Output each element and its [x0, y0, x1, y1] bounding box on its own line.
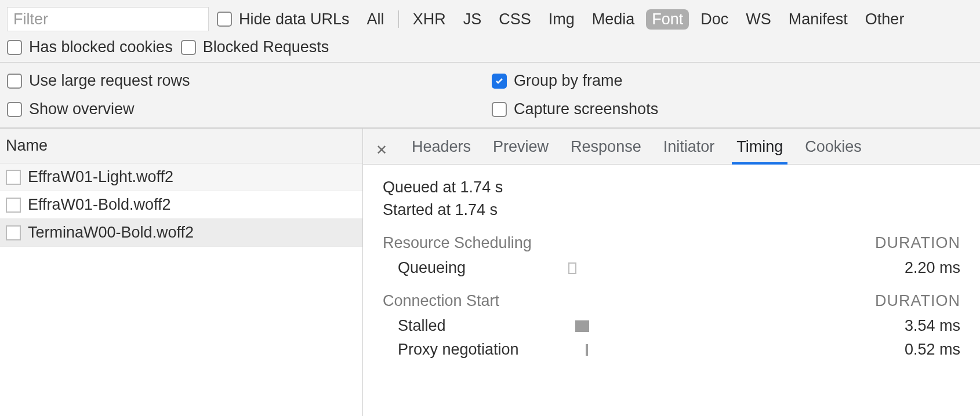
filter-row-1: Hide data URLs AllXHRJSCSSImgMediaFontDo… [7, 3, 973, 35]
settings-col-left: Use large request rows Show overview [7, 66, 488, 124]
close-icon[interactable]: ✕ [372, 140, 391, 160]
file-icon [6, 198, 21, 213]
capture-screenshots-checkbox[interactable]: Capture screenshots [492, 100, 973, 118]
content-split: Name EffraW01-Light.woff2EffraW01-Bold.w… [0, 129, 980, 416]
checkbox-icon [7, 40, 22, 55]
timing-section: Resource SchedulingDURATIONQueueing2.20 … [383, 234, 960, 277]
name-column-header[interactable]: Name [0, 129, 362, 163]
type-filter-manifest[interactable]: Manifest [783, 9, 854, 30]
divider [398, 10, 399, 28]
type-filter-xhr[interactable]: XHR [407, 9, 452, 30]
timing-section: Connection StartDURATIONStalled3.54 msPr… [383, 292, 960, 359]
timing-row: Stalled3.54 ms [383, 317, 960, 335]
checkbox-icon [7, 74, 22, 89]
timing-row-label: Proxy negotiation [383, 341, 557, 359]
file-icon [6, 225, 21, 240]
tab-response[interactable]: Response [569, 136, 643, 164]
timing-bar [568, 262, 576, 274]
group-by-frame-label: Group by frame [514, 72, 623, 90]
show-overview-checkbox[interactable]: Show overview [7, 100, 488, 118]
checkbox-icon [181, 40, 196, 55]
type-filter-other[interactable]: Other [859, 9, 910, 30]
checkbox-icon [492, 102, 507, 117]
use-large-rows-label: Use large request rows [29, 72, 190, 90]
filter-toolbar: Hide data URLs AllXHRJSCSSImgMediaFontDo… [0, 0, 980, 63]
blocked-requests-checkbox[interactable]: Blocked Requests [181, 38, 329, 56]
queued-at-text: Queued at 1.74 s [383, 178, 960, 196]
timing-bar [586, 344, 588, 356]
request-name: TerminaW00-Bold.woff2 [28, 224, 194, 242]
type-filter-img[interactable]: Img [543, 9, 580, 30]
duration-header: DURATION [875, 234, 960, 252]
file-icon [6, 170, 21, 185]
filter-input[interactable] [7, 7, 209, 31]
timing-bar-area [557, 342, 868, 357]
timing-bar-area [557, 261, 868, 276]
request-name: EffraW01-Light.woff2 [28, 168, 173, 186]
show-overview-label: Show overview [29, 100, 135, 118]
detail-panel: ✕ HeadersPreviewResponseInitiatorTimingC… [363, 129, 980, 416]
has-blocked-cookies-checkbox[interactable]: Has blocked cookies [7, 38, 173, 56]
timing-section-title: Connection Start [383, 292, 499, 310]
group-by-frame-checkbox[interactable]: Group by frame [492, 72, 973, 90]
settings-col-right: Group by frame Capture screenshots [488, 66, 973, 124]
timing-row: Queueing2.20 ms [383, 259, 960, 277]
tab-headers[interactable]: Headers [411, 136, 472, 164]
timing-row-label: Stalled [383, 317, 557, 335]
request-name: EffraW01-Bold.woff2 [28, 196, 171, 214]
type-filter-doc[interactable]: Doc [695, 9, 734, 30]
timing-row-value: 2.20 ms [868, 259, 960, 277]
settings-bar: Use large request rows Show overview Gro… [0, 63, 980, 129]
timing-section-header: Resource SchedulingDURATION [383, 234, 960, 252]
tab-initiator[interactable]: Initiator [662, 136, 716, 164]
has-blocked-cookies-label: Has blocked cookies [29, 38, 173, 56]
timing-row-value: 3.54 ms [868, 317, 960, 335]
duration-header: DURATION [875, 292, 960, 310]
request-list[interactable]: EffraW01-Light.woff2EffraW01-Bold.woff2T… [0, 163, 362, 416]
use-large-rows-checkbox[interactable]: Use large request rows [7, 72, 488, 90]
type-filter-group: AllXHRJSCSSImgMediaFontDocWSManifestOthe… [361, 9, 910, 30]
request-row[interactable]: EffraW01-Light.woff2 [0, 163, 362, 191]
timing-row-value: 0.52 ms [868, 341, 960, 359]
type-filter-css[interactable]: CSS [493, 9, 537, 30]
capture-screenshots-label: Capture screenshots [514, 100, 658, 118]
timing-section-title: Resource Scheduling [383, 234, 532, 252]
type-filter-ws[interactable]: WS [740, 9, 777, 30]
hide-data-urls-checkbox[interactable]: Hide data URLs [217, 10, 350, 28]
blocked-requests-label: Blocked Requests [203, 38, 329, 56]
hide-data-urls-label: Hide data URLs [239, 10, 350, 28]
filter-row-2: Has blocked cookies Blocked Requests [7, 35, 973, 60]
request-list-panel: Name EffraW01-Light.woff2EffraW01-Bold.w… [0, 129, 363, 416]
timing-row-label: Queueing [383, 259, 557, 277]
type-filter-js[interactable]: JS [458, 9, 488, 30]
tab-preview[interactable]: Preview [492, 136, 550, 164]
type-filter-media[interactable]: Media [586, 9, 641, 30]
type-filter-all[interactable]: All [361, 9, 390, 30]
tab-cookies[interactable]: Cookies [804, 136, 863, 164]
timing-section-header: Connection StartDURATION [383, 292, 960, 310]
timing-bar-area [557, 319, 868, 334]
timing-panel: Queued at 1.74 s Started at 1.74 s Resou… [363, 165, 980, 416]
checkbox-icon [217, 12, 232, 27]
checkbox-icon [492, 74, 507, 89]
request-row[interactable]: EffraW01-Bold.woff2 [0, 191, 362, 219]
timing-bar [575, 320, 589, 332]
detail-tabs: ✕ HeadersPreviewResponseInitiatorTimingC… [363, 129, 980, 165]
tab-timing[interactable]: Timing [735, 136, 784, 164]
type-filter-font[interactable]: Font [646, 9, 689, 30]
started-at-text: Started at 1.74 s [383, 201, 960, 219]
timing-row: Proxy negotiation0.52 ms [383, 341, 960, 359]
checkbox-icon [7, 102, 22, 117]
request-row[interactable]: TerminaW00-Bold.woff2 [0, 219, 362, 247]
